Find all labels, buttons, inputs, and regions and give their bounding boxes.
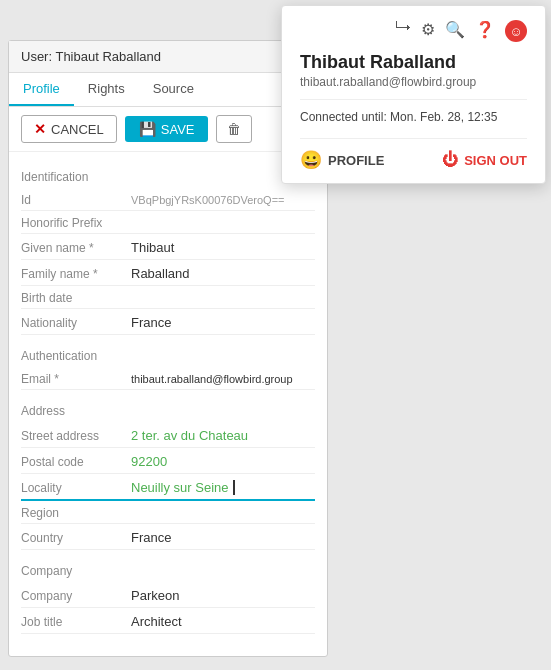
field-jobtitle-value: Architect xyxy=(131,613,315,630)
cancel-label: CANCEL xyxy=(51,122,104,137)
profile-smile-icon: 😀 xyxy=(300,149,322,171)
field-email: Email * thibaut.raballand@flowbird.group xyxy=(21,369,315,390)
field-honorific-label: Honorific Prefix xyxy=(21,216,131,230)
save-label: SAVE xyxy=(161,122,195,137)
signout-button[interactable]: ⏻ SIGN OUT xyxy=(442,151,527,169)
field-id: Id VBqPbgjYRsK00076DVeroQ== xyxy=(21,190,315,211)
delete-button[interactable]: 🗑 xyxy=(216,115,252,143)
cancel-x-icon: ✕ xyxy=(34,121,46,137)
profile-label: PROFILE xyxy=(328,153,384,168)
field-birthdate-label: Birth date xyxy=(21,291,131,305)
tab-rights[interactable]: Rights xyxy=(74,73,139,106)
signout-label: SIGN OUT xyxy=(464,153,527,168)
field-locality-value: Neuilly sur Seine xyxy=(131,479,315,496)
search-icon[interactable]: 🔍 xyxy=(445,20,465,42)
popup-user-email: thibaut.raballand@flowbird.group xyxy=(300,75,527,89)
field-honorific-value xyxy=(131,225,315,227)
delete-trash-icon: 🗑 xyxy=(227,121,241,137)
field-region-label: Region xyxy=(21,506,131,520)
tab-profile[interactable]: Profile xyxy=(9,73,74,106)
field-nationality-value: France xyxy=(131,314,315,331)
field-givenname-value: Thibaut xyxy=(131,239,315,256)
field-id-value: VBqPbgjYRsK00076DVeroQ== xyxy=(131,193,315,207)
field-nationality-label: Nationality xyxy=(21,316,131,330)
field-familyname-label: Family name * xyxy=(21,267,131,281)
save-button[interactable]: 💾 SAVE xyxy=(125,116,209,142)
field-region-value xyxy=(131,515,315,517)
panel-title: User: Thibaut Raballand xyxy=(21,49,161,64)
field-postal-value: 92200 xyxy=(131,453,315,470)
gear-icon[interactable]: ⚙ xyxy=(421,20,435,42)
popup-connected-until: Connected until: Mon. Feb. 28, 12:35 xyxy=(300,99,527,124)
form-content: Identification Id VBqPbgjYRsK00076DVeroQ… xyxy=(9,152,327,634)
share-icon[interactable]: ⮡ xyxy=(395,20,411,42)
user-avatar-icon[interactable]: ☺ xyxy=(505,20,527,42)
field-company-value: Parkeon xyxy=(131,587,315,604)
profile-button[interactable]: 😀 PROFILE xyxy=(300,149,384,171)
field-locality[interactable]: Locality Neuilly sur Seine xyxy=(21,476,315,501)
section-address-title: Address xyxy=(21,404,315,418)
field-id-label: Id xyxy=(21,193,131,207)
popup-user-name: Thibaut Raballand xyxy=(300,52,527,73)
field-nationality: Nationality France xyxy=(21,311,315,335)
tab-source[interactable]: Source xyxy=(139,73,208,106)
field-honorific: Honorific Prefix xyxy=(21,213,315,234)
field-email-label: Email * xyxy=(21,372,131,386)
field-givenname: Given name * Thibaut xyxy=(21,236,315,260)
field-familyname-value: Raballand xyxy=(131,265,315,282)
field-email-value: thibaut.raballand@flowbird.group xyxy=(131,372,315,386)
field-birthdate: Birth date xyxy=(21,288,315,309)
save-floppy-icon: 💾 xyxy=(139,121,156,137)
main-panel: User: Thibaut Raballand Profile Rights S… xyxy=(8,40,328,657)
field-company-label: Company xyxy=(21,589,131,603)
section-authentication-title: Authentication xyxy=(21,349,315,363)
field-postal: Postal code 92200 xyxy=(21,450,315,474)
field-company: Company Parkeon xyxy=(21,584,315,608)
tabs-container: Profile Rights Source xyxy=(9,73,327,107)
field-jobtitle: Job title Architect xyxy=(21,610,315,634)
field-locality-label: Locality xyxy=(21,481,131,495)
popup-card: ⮡ ⚙ 🔍 ❓ ☺ Thibaut Raballand thibaut.raba… xyxy=(281,5,546,184)
toolbar: ✕ CANCEL 💾 SAVE 🗑 xyxy=(9,107,327,152)
field-country: Country France xyxy=(21,526,315,550)
section-company-title: Company xyxy=(21,564,315,578)
section-identification-title: Identification xyxy=(21,170,315,184)
field-street-label: Street address xyxy=(21,429,131,443)
field-postal-label: Postal code xyxy=(21,455,131,469)
field-familyname: Family name * Raballand xyxy=(21,262,315,286)
field-country-value: France xyxy=(131,529,315,546)
signout-power-icon: ⏻ xyxy=(442,151,458,169)
field-region: Region xyxy=(21,503,315,524)
panel-header: User: Thibaut Raballand xyxy=(9,41,327,73)
field-birthdate-value xyxy=(131,300,315,302)
help-icon[interactable]: ❓ xyxy=(475,20,495,42)
field-street: Street address 2 ter. av du Chateau xyxy=(21,424,315,448)
field-jobtitle-label: Job title xyxy=(21,615,131,629)
field-street-value: 2 ter. av du Chateau xyxy=(131,427,315,444)
cancel-button[interactable]: ✕ CANCEL xyxy=(21,115,117,143)
field-country-label: Country xyxy=(21,531,131,545)
popup-icon-bar: ⮡ ⚙ 🔍 ❓ ☺ xyxy=(300,20,527,42)
popup-actions: 😀 PROFILE ⏻ SIGN OUT xyxy=(300,138,527,171)
field-givenname-label: Given name * xyxy=(21,241,131,255)
